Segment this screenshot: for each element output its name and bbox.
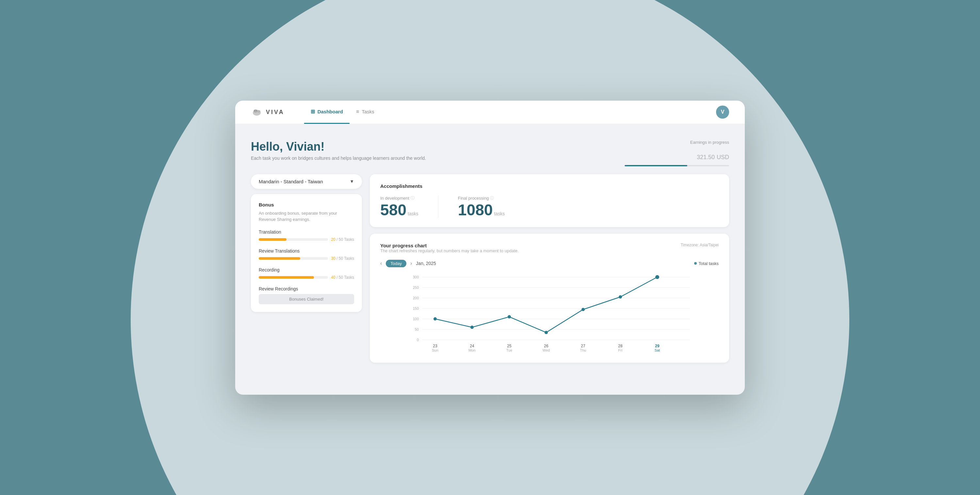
tab-tasks[interactable]: ≡ Tasks	[350, 100, 381, 124]
svg-point-19	[433, 317, 437, 320]
svg-point-22	[544, 331, 548, 334]
svg-text:Mon: Mon	[468, 348, 475, 352]
earnings-bar-fill	[625, 165, 687, 166]
task-bar-fill-review-translations	[259, 257, 300, 260]
svg-point-20	[470, 325, 474, 329]
svg-text:26: 26	[544, 344, 549, 348]
task-progress-translation: 20 / 50 Tasks	[259, 237, 354, 242]
chart-navigation: ‹ Today › Jan, 2025 Total tasks	[380, 260, 719, 267]
task-item-recording: Recording 40 / 50 Tasks	[259, 267, 354, 280]
task-name-recording: Recording	[259, 267, 354, 272]
chart-title: Your progress chart	[380, 243, 519, 248]
svg-text:29: 29	[655, 344, 660, 348]
svg-text:Wed: Wed	[542, 348, 550, 352]
logo-icon	[251, 106, 262, 118]
svg-text:23: 23	[433, 344, 438, 348]
acc-label-final-processing: Final processing ⓘ	[458, 196, 505, 201]
svg-text:Thu: Thu	[580, 348, 586, 352]
svg-point-21	[508, 315, 511, 318]
topbar: ViVA ⊞ Dashboard ≡ Tasks V	[235, 100, 745, 124]
app-window: ViVA ⊞ Dashboard ≡ Tasks V Hello, Vivian…	[235, 100, 745, 395]
task-bar-bg-recording	[259, 276, 328, 279]
acc-divider	[438, 196, 438, 218]
task-progress-review-translations: 30 / 50 Tasks	[259, 256, 354, 261]
task-count-recording: 40 / 50 Tasks	[331, 275, 355, 280]
task-progress-recording: 40 / 50 Tasks	[259, 275, 354, 280]
accomplishments-title: Accomplishments	[380, 183, 719, 189]
acc-item-in-development: In development ⓘ 580tasks	[380, 196, 418, 218]
chart-next-button[interactable]: ›	[410, 260, 412, 266]
avatar[interactable]: V	[716, 105, 729, 119]
info-icon-development: ⓘ	[410, 196, 415, 201]
logo-text: ViVA	[266, 109, 285, 116]
acc-item-final-processing: Final processing ⓘ 1080tasks	[458, 196, 505, 218]
legend-label: Total tasks	[699, 261, 719, 266]
svg-text:300: 300	[413, 275, 419, 279]
svg-point-23	[581, 308, 585, 311]
task-bar-bg-translation	[259, 238, 328, 241]
chart-prev-button[interactable]: ‹	[380, 260, 382, 266]
acc-value-in-development: 580tasks	[380, 202, 418, 218]
progress-chart-svg: 300 250 200 150 100 50 0	[380, 274, 719, 352]
tab-dashboard-label: Dashboard	[318, 109, 343, 115]
two-col-layout: Mandarin - Standard - Taiwan ▼ Bonus An …	[251, 174, 729, 363]
svg-text:24: 24	[470, 344, 474, 348]
svg-text:Sun: Sun	[432, 348, 438, 352]
chevron-down-icon: ▼	[350, 179, 354, 184]
acc-value-final-processing: 1080tasks	[458, 202, 505, 218]
task-item-review-recordings: Review Recordings Bonuses Claimed!	[259, 286, 354, 304]
task-name-review-translations: Review Translations	[259, 248, 354, 253]
bonus-card: Bonus An onboarding bonus, separate from…	[251, 194, 362, 312]
task-item-review-translations: Review Translations 30 / 50 Tasks	[259, 248, 354, 261]
earnings-value: 321.50	[697, 154, 715, 161]
task-bar-fill-recording	[259, 276, 314, 279]
svg-point-24	[619, 295, 622, 298]
svg-text:200: 200	[413, 296, 419, 300]
header-row: Hello, Vivian! Each task you work on bri…	[251, 140, 729, 166]
left-column: Mandarin - Standard - Taiwan ▼ Bonus An …	[251, 174, 362, 363]
earnings-label: Earnings in progress	[625, 140, 729, 145]
svg-rect-4	[256, 110, 257, 111]
today-badge[interactable]: Today	[386, 260, 406, 267]
acc-label-in-development: In development ⓘ	[380, 196, 418, 201]
tasks-icon: ≡	[356, 109, 359, 115]
svg-text:50: 50	[415, 327, 419, 331]
svg-text:100: 100	[413, 317, 419, 321]
earnings-bar	[625, 165, 729, 166]
earnings-currency: USD	[717, 154, 729, 161]
svg-text:25: 25	[507, 344, 512, 348]
task-bar-bg-review-translations	[259, 257, 328, 260]
chart-month: Jan, 2025	[416, 261, 436, 266]
language-selector[interactable]: Mandarin - Standard - Taiwan ▼	[251, 174, 362, 189]
bonuses-claimed-badge: Bonuses Claimed!	[259, 294, 354, 304]
task-count-translation: 20 / 50 Tasks	[331, 237, 355, 242]
chart-header: Your progress chart The chart refreshes …	[380, 243, 719, 258]
chart-timezone: Timezone: Asia/Taipei	[681, 243, 719, 247]
task-name-review-recordings: Review Recordings	[259, 286, 354, 291]
greeting-title: Hello, Vivian!	[251, 140, 426, 154]
bonus-description: An onboarding bonus, separate from your …	[259, 210, 354, 223]
svg-text:Tue: Tue	[506, 348, 512, 352]
svg-text:250: 250	[413, 286, 419, 290]
language-selector-text: Mandarin - Standard - Taiwan	[259, 179, 323, 184]
accomplishments-row: In development ⓘ 580tasks Final processi…	[380, 196, 719, 218]
info-icon-processing: ⓘ	[490, 196, 494, 201]
right-column: Accomplishments In development ⓘ 580task…	[370, 174, 729, 363]
topbar-right: V	[716, 105, 729, 119]
chart-subtitle: The chart refreshes regularly, but numbe…	[380, 248, 519, 253]
tab-dashboard[interactable]: ⊞ Dashboard	[304, 100, 350, 124]
main-content: Hello, Vivian! Each task you work on bri…	[235, 124, 745, 376]
greeting-area: Hello, Vivian! Each task you work on bri…	[251, 140, 426, 161]
task-name-translation: Translation	[259, 229, 354, 235]
tab-tasks-label: Tasks	[362, 109, 374, 115]
chart-card: Your progress chart The chart refreshes …	[370, 234, 729, 363]
svg-text:27: 27	[581, 344, 585, 348]
svg-text:Fri: Fri	[618, 348, 623, 352]
nav-tabs: ⊞ Dashboard ≡ Tasks	[304, 100, 703, 124]
svg-text:150: 150	[413, 307, 419, 310]
svg-point-2	[257, 110, 260, 113]
svg-text:Sat: Sat	[655, 348, 660, 352]
greeting-subtitle: Each task you work on bridges cultures a…	[251, 156, 426, 161]
svg-point-3	[255, 110, 255, 111]
earnings-amount: 321.50USD	[625, 146, 729, 162]
